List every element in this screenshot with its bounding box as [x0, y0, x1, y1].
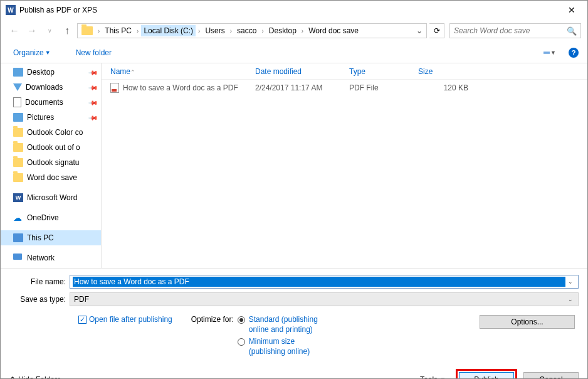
- address-dropdown[interactable]: ⌄: [414, 26, 425, 35]
- sidebar-item[interactable]: ☁OneDrive: [1, 210, 101, 225]
- search-box[interactable]: 🔍: [449, 23, 581, 38]
- separator-icon: ›: [299, 28, 306, 35]
- sidebar-item[interactable]: Downloads📌: [1, 80, 101, 95]
- word-icon: W: [6, 5, 16, 15]
- sidebar-item-label: This PC: [27, 233, 97, 242]
- filename-label: File name:: [9, 277, 70, 286]
- refresh-button[interactable]: ⟳: [429, 23, 444, 38]
- col-date[interactable]: Date modified: [255, 67, 349, 76]
- savetype-label: Save as type:: [9, 295, 70, 304]
- sidebar-item[interactable]: Pictures📌: [1, 110, 101, 125]
- crumb-sacco[interactable]: sacco: [234, 25, 259, 36]
- col-size[interactable]: Size: [412, 67, 487, 76]
- col-name[interactable]: Name⌃: [102, 67, 255, 76]
- back-button[interactable]: ←: [7, 23, 22, 38]
- sidebar-item[interactable]: WMicrosoft Word: [1, 190, 101, 205]
- optimize-label: Optimize for:: [191, 315, 234, 359]
- separator-icon: ›: [228, 28, 234, 35]
- options-button[interactable]: Options...: [480, 315, 575, 329]
- chevron-up-icon: ⌃: [9, 375, 16, 379]
- savetype-combo[interactable]: PDF ⌄: [70, 292, 579, 306]
- sidebar-item[interactable]: This PC: [1, 230, 101, 245]
- separator-icon: ›: [95, 28, 102, 35]
- radio-icon: [238, 316, 245, 324]
- sidebar-item-label: Outlook out of o: [27, 143, 97, 152]
- radio-minimum[interactable]: Minimum size (publishing online): [238, 337, 330, 356]
- folder-icon: [13, 143, 23, 152]
- forward-button[interactable]: →: [24, 23, 39, 38]
- folder-icon: [13, 173, 23, 182]
- sidebar-item[interactable]: Network: [1, 250, 101, 265]
- separator-icon: ›: [134, 28, 141, 35]
- cancel-button[interactable]: Cancel: [523, 372, 579, 379]
- tools-button[interactable]: Tools ▼: [420, 375, 446, 379]
- crumb-this-pc[interactable]: This PC: [102, 25, 134, 36]
- chevron-down-icon[interactable]: ⌄: [565, 296, 575, 302]
- sidebar-item-label: Documents: [25, 98, 86, 107]
- network-icon: [13, 254, 23, 262]
- sidebar: Desktop📌Downloads📌Documents📌Pictures📌Out…: [1, 63, 101, 268]
- search-input[interactable]: [454, 26, 567, 35]
- open-after-checkbox[interactable]: ✓ Open file after publishing: [78, 315, 172, 324]
- radio-standard[interactable]: Standard (publishing online and printing…: [238, 315, 330, 334]
- up-button[interactable]: ↑: [60, 23, 75, 38]
- sidebar-item-label: Microsoft Word: [27, 193, 97, 202]
- pin-icon: 📌: [88, 67, 98, 77]
- pdf-icon: [110, 83, 119, 93]
- recent-dropdown[interactable]: ∨: [42, 23, 57, 38]
- hide-folders-button[interactable]: ⌃ Hide Folders: [9, 375, 61, 379]
- nav-row: ← → ∨ ↑ › This PC › Local Disk (C:) › Us…: [1, 19, 587, 42]
- help-button[interactable]: ?: [569, 48, 579, 58]
- filename-combo[interactable]: ⌄: [70, 275, 579, 289]
- sidebar-item[interactable]: Word doc save: [1, 170, 101, 185]
- column-headers: Name⌃ Date modified Type Size: [102, 63, 587, 80]
- sidebar-item-label: OneDrive: [27, 213, 97, 222]
- title-bar: W Publish as PDF or XPS ✕: [1, 1, 587, 19]
- search-icon: 🔍: [567, 26, 577, 36]
- sidebar-item-label: Network: [27, 254, 97, 262]
- chevron-down-icon: ▼: [550, 50, 556, 56]
- pictures-icon: [13, 113, 23, 122]
- checkbox-icon: ✓: [78, 316, 87, 324]
- pin-icon: 📌: [88, 97, 98, 107]
- sidebar-item-label: Desktop: [27, 68, 86, 77]
- publish-button[interactable]: Publish: [459, 372, 514, 379]
- col-type[interactable]: Type: [349, 67, 412, 76]
- crumb-local-disk[interactable]: Local Disk (C:): [141, 25, 196, 36]
- chevron-down-icon: ▼: [440, 376, 446, 379]
- pc-icon: [13, 233, 23, 242]
- desktop-icon: [13, 68, 23, 77]
- new-folder-button[interactable]: New folder: [72, 46, 115, 60]
- sidebar-item[interactable]: Documents📌: [1, 95, 101, 110]
- chevron-down-icon[interactable]: ⌄: [565, 279, 575, 285]
- sidebar-item[interactable]: Outlook out of o: [1, 140, 101, 155]
- pin-icon: 📌: [88, 112, 98, 122]
- file-list: Name⌃ Date modified Type Size How to sav…: [101, 63, 587, 268]
- address-bar[interactable]: › This PC › Local Disk (C:) › Users › sa…: [77, 23, 427, 38]
- filename-input[interactable]: [73, 277, 565, 287]
- window-title: Publish as PDF or XPS: [19, 6, 557, 14]
- chevron-down-icon: ▼: [45, 50, 51, 56]
- cloud-icon: ☁: [13, 213, 23, 222]
- folder-icon: [81, 26, 93, 35]
- organize-button[interactable]: Organize ▼: [9, 46, 55, 60]
- crumb-users[interactable]: Users: [202, 25, 227, 36]
- folder-icon: [13, 158, 23, 167]
- main-area: Desktop📌Downloads📌Documents📌Pictures📌Out…: [1, 63, 587, 268]
- crumb-word-doc-save[interactable]: Word doc save: [306, 25, 361, 36]
- footer: ⌃ Hide Folders Tools ▼ Publish Cancel: [1, 359, 587, 379]
- sidebar-item-label: Word doc save: [27, 173, 97, 182]
- sidebar-item[interactable]: Desktop📌: [1, 65, 101, 80]
- close-button[interactable]: ✕: [557, 1, 586, 19]
- file-row[interactable]: How to save a Word doc as a PDF 2/24/201…: [102, 80, 587, 93]
- sidebar-item-label: Downloads: [26, 83, 86, 92]
- view-button[interactable]: ▼: [538, 46, 561, 60]
- crumb-desktop[interactable]: Desktop: [266, 25, 299, 36]
- toolbar: Organize ▼ New folder ▼ ?: [1, 42, 587, 63]
- bottom-panel: File name: ⌄ Save as type: PDF ⌄ ✓ Open …: [1, 268, 587, 359]
- sidebar-item[interactable]: Outlook Color co: [1, 125, 101, 140]
- separator-icon: ›: [259, 28, 266, 35]
- sort-indicator-icon: ⌃: [130, 69, 135, 75]
- separator-icon: ›: [196, 28, 202, 35]
- sidebar-item[interactable]: Outlook signatu: [1, 155, 101, 170]
